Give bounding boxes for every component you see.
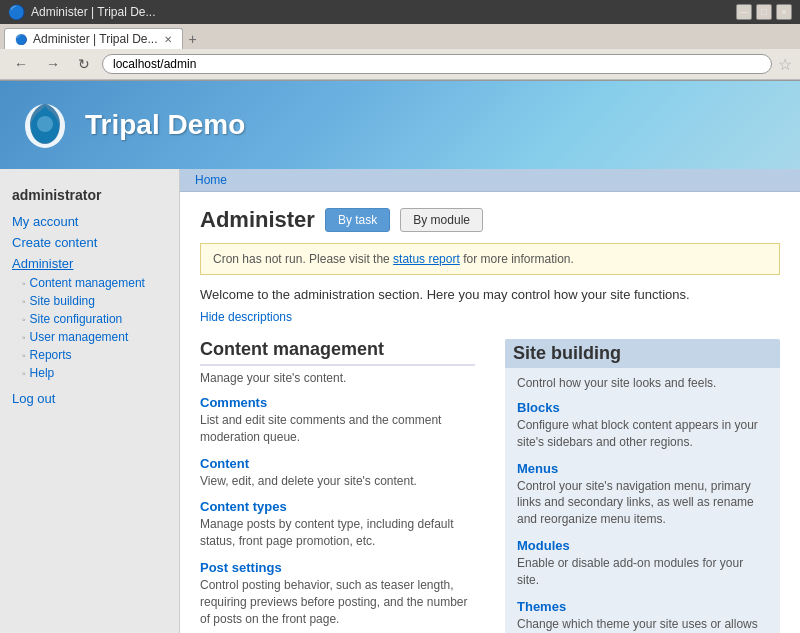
new-tab-btn[interactable]: + xyxy=(183,29,203,49)
section-site-building: Site building Control how your site look… xyxy=(505,339,780,633)
item-post-settings: Post settings Control posting behavior, … xyxy=(200,560,475,627)
right-column: Site building Control how your site look… xyxy=(505,339,780,633)
site-building-link[interactable]: Site building xyxy=(30,294,95,308)
tab-title: Administer | Tripal De... xyxy=(33,32,158,46)
back-btn[interactable]: ← xyxy=(8,53,34,75)
sub-arrow-icon: ◦ xyxy=(22,368,26,379)
maximize-btn[interactable]: □ xyxy=(756,4,772,20)
tab-bar: 🔵 Administer | Tripal De... ✕ + xyxy=(0,24,800,49)
home-breadcrumb-link[interactable]: Home xyxy=(195,173,227,187)
cron-warning-text: Cron has not run. Please visit the xyxy=(213,252,393,266)
item-themes: Themes Change which theme your site uses… xyxy=(517,599,768,633)
content-types-link[interactable]: Content types xyxy=(200,499,475,514)
welcome-text: Welcome to the administration section. H… xyxy=(200,287,780,302)
tab-by-task[interactable]: By task xyxy=(325,208,390,232)
content-inner: Administer By task By module Cron has no… xyxy=(180,192,800,633)
modules-desc: Enable or disable add-on modules for you… xyxy=(517,555,768,589)
blocks-link[interactable]: Blocks xyxy=(517,400,768,415)
item-modules: Modules Enable or disable add-on modules… xyxy=(517,538,768,589)
refresh-btn[interactable]: ↻ xyxy=(72,53,96,75)
comments-desc: List and edit site comments and the comm… xyxy=(200,412,475,446)
minimize-btn[interactable]: — xyxy=(736,4,752,20)
item-comments: Comments List and edit site comments and… xyxy=(200,395,475,446)
left-column: Content management Manage your site's co… xyxy=(200,339,475,633)
sidebar-item-content-management[interactable]: ◦ Content management xyxy=(0,274,179,292)
site-title: Tripal Demo xyxy=(85,109,245,141)
sub-arrow-icon: ◦ xyxy=(22,314,26,325)
item-blocks: Blocks Configure what block content appe… xyxy=(517,400,768,451)
sub-arrow-icon: ◦ xyxy=(22,296,26,307)
content-area: Home Administer By task By module Cron h… xyxy=(180,169,800,633)
item-content: Content View, edit, and delete your site… xyxy=(200,456,475,490)
active-tab[interactable]: 🔵 Administer | Tripal De... ✕ xyxy=(4,28,183,49)
help-link[interactable]: Help xyxy=(30,366,55,380)
create-content-link[interactable]: Create content xyxy=(12,235,97,250)
hide-descriptions-link[interactable]: Hide descriptions xyxy=(200,310,780,324)
tab-close-btn[interactable]: ✕ xyxy=(164,34,172,45)
breadcrumb: Home xyxy=(180,169,800,192)
sidebar-item-site-configuration[interactable]: ◦ Site configuration xyxy=(0,310,179,328)
themes-link[interactable]: Themes xyxy=(517,599,768,614)
browser-title: Administer | Tripal De... xyxy=(31,5,156,19)
sidebar-item-user-management[interactable]: ◦ User management xyxy=(0,328,179,346)
section-content-management: Content management Manage your site's co… xyxy=(200,339,475,633)
tab-favicon: 🔵 xyxy=(15,34,27,45)
sub-arrow-icon: ◦ xyxy=(22,278,26,289)
content-link[interactable]: Content xyxy=(200,456,475,471)
site-building-title: Site building xyxy=(505,339,780,368)
sub-arrow-icon: ◦ xyxy=(22,332,26,343)
sidebar-username: administrator xyxy=(0,179,179,211)
sidebar-item-site-building[interactable]: ◦ Site building xyxy=(0,292,179,310)
post-settings-link[interactable]: Post settings xyxy=(200,560,475,575)
bookmark-star-icon[interactable]: ☆ xyxy=(778,55,792,74)
content-management-link[interactable]: Content management xyxy=(30,276,145,290)
content-desc: View, edit, and delete your site's conte… xyxy=(200,473,475,490)
site-header: Tripal Demo xyxy=(0,81,800,169)
sidebar-item-administer[interactable]: Administer xyxy=(0,253,179,274)
drupal-logo xyxy=(20,96,70,154)
sidebar-item-logout[interactable]: Log out xyxy=(0,388,179,409)
content-management-desc: Manage your site's content. xyxy=(200,371,475,385)
close-btn[interactable]: × xyxy=(776,4,792,20)
post-settings-desc: Control posting behavior, such as teaser… xyxy=(200,577,475,627)
themes-desc: Change which theme your site uses or all… xyxy=(517,616,768,633)
cron-warning: Cron has not run. Please visit the statu… xyxy=(200,243,780,275)
item-menus: Menus Control your site's navigation men… xyxy=(517,461,768,528)
tab-by-module[interactable]: By module xyxy=(400,208,483,232)
content-types-desc: Manage posts by content type, including … xyxy=(200,516,475,550)
reports-link[interactable]: Reports xyxy=(30,348,72,362)
sidebar-item-my-account[interactable]: My account xyxy=(0,211,179,232)
comments-link[interactable]: Comments xyxy=(200,395,475,410)
forward-btn[interactable]: → xyxy=(40,53,66,75)
site-building-desc: Control how your site looks and feels. xyxy=(517,376,768,390)
sidebar-item-create-content[interactable]: Create content xyxy=(0,232,179,253)
status-report-link[interactable]: status report xyxy=(393,252,460,266)
page-title-row: Administer By task By module xyxy=(200,207,780,233)
menus-link[interactable]: Menus xyxy=(517,461,768,476)
nav-bar: ← → ↻ ☆ xyxy=(0,49,800,80)
browser-window: 🔵 Administer | Tripal De... — □ × 🔵 Admi… xyxy=(0,0,800,633)
sections-grid: Content management Manage your site's co… xyxy=(200,339,780,633)
modules-link[interactable]: Modules xyxy=(517,538,768,553)
sidebar-item-reports[interactable]: ◦ Reports xyxy=(0,346,179,364)
blocks-desc: Configure what block content appears in … xyxy=(517,417,768,451)
administer-link[interactable]: Administer xyxy=(12,256,73,271)
page-wrapper: Tripal Demo administrator My account Cre… xyxy=(0,81,800,633)
address-bar[interactable] xyxy=(102,54,772,74)
logout-link[interactable]: Log out xyxy=(12,391,55,406)
cron-warning-suffix: for more information. xyxy=(460,252,574,266)
title-bar: 🔵 Administer | Tripal De... — □ × xyxy=(0,0,800,24)
main-layout: administrator My account Create content … xyxy=(0,169,800,633)
site-configuration-link[interactable]: Site configuration xyxy=(30,312,123,326)
user-management-link[interactable]: User management xyxy=(30,330,129,344)
my-account-link[interactable]: My account xyxy=(12,214,78,229)
window-controls[interactable]: — □ × xyxy=(736,4,792,20)
sub-arrow-icon: ◦ xyxy=(22,350,26,361)
content-management-title: Content management xyxy=(200,339,475,366)
sidebar: administrator My account Create content … xyxy=(0,169,180,633)
browser-icon: 🔵 xyxy=(8,4,25,20)
item-content-types: Content types Manage posts by content ty… xyxy=(200,499,475,550)
page-title: Administer xyxy=(200,207,315,233)
sidebar-item-help[interactable]: ◦ Help xyxy=(0,364,179,382)
menus-desc: Control your site's navigation menu, pri… xyxy=(517,478,768,528)
